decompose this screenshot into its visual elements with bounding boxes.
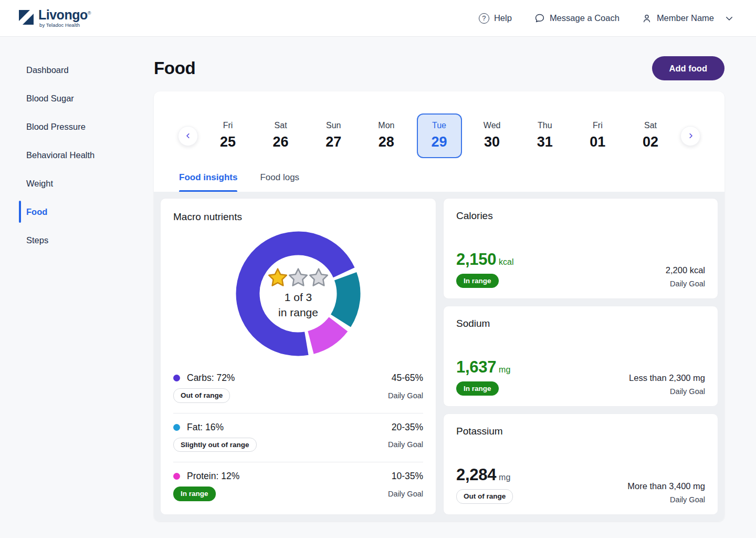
fat-goal-range: 20-35% xyxy=(392,422,423,433)
calories-card: Calories 2,150 kcal In range 2,200 kcal xyxy=(443,198,718,299)
legend-row-carbs: Carbs: 72% 45-65% Out of range Daily Goa… xyxy=(173,364,423,413)
brand-tagline: by Teladoc Health xyxy=(39,22,91,28)
potassium-status-badge: Out of range xyxy=(456,489,513,504)
brand-name: Livongo® xyxy=(38,8,91,22)
calories-unit: kcal xyxy=(499,257,513,267)
sidebar-item-weight[interactable]: Weight xyxy=(0,169,154,198)
food-panel: Fri25 Sat26 Sun27 Mon28 Tue29 Wed30 Thu3… xyxy=(154,91,724,521)
livongo-logo[interactable]: Livongo® by Teladoc Health xyxy=(19,8,91,28)
potassium-card-title: Potassium xyxy=(456,426,705,437)
macro-donut-chart: 1 of 3 in range xyxy=(235,231,361,357)
sidebar: Dashboard Blood Sugar Blood Pressure Beh… xyxy=(0,37,154,538)
carbs-goal-range: 45-65% xyxy=(392,373,423,384)
donut-center-line2: in range xyxy=(278,305,318,320)
star-rating xyxy=(268,267,329,287)
date-day[interactable]: Fri01 xyxy=(575,113,620,158)
prev-dates-button[interactable] xyxy=(178,126,198,146)
potassium-card: Potassium 2,284 mg Out of range More tha xyxy=(443,413,718,514)
date-day[interactable]: Sat02 xyxy=(628,113,673,158)
page-layout: Dashboard Blood Sugar Blood Pressure Beh… xyxy=(0,37,756,538)
sodium-goal: Less than 2,300 mg xyxy=(629,373,705,383)
date-day[interactable]: Sat26 xyxy=(258,113,303,158)
potassium-value: 2,284 xyxy=(456,465,496,484)
carbs-dot-icon xyxy=(173,375,180,381)
chevron-left-icon xyxy=(184,132,192,140)
day-of-week: Sun xyxy=(312,121,355,130)
livongo-logo-text: Livongo® by Teladoc Health xyxy=(38,8,91,28)
next-dates-button[interactable] xyxy=(680,126,700,146)
sidebar-item-blood-pressure[interactable]: Blood Pressure xyxy=(0,112,154,141)
message-coach-button[interactable]: Message a Coach xyxy=(534,13,620,24)
sodium-goal-label: Daily Goal xyxy=(629,387,705,396)
sidebar-item-blood-sugar[interactable]: Blood Sugar xyxy=(0,84,154,112)
protein-dot-icon xyxy=(173,473,180,480)
help-icon: ? xyxy=(479,13,489,24)
day-of-week: Mon xyxy=(365,121,408,130)
calories-card-title: Calories xyxy=(456,210,705,222)
sidebar-item-behavioral-health[interactable]: Behavioral Health xyxy=(0,141,154,169)
calories-goal: 2,200 kcal xyxy=(666,265,705,275)
day-of-week: Sat xyxy=(259,121,302,130)
day-number: 26 xyxy=(259,134,302,150)
legend-row-fat: Fat: 16% 20-35% Slightly out of range Da… xyxy=(173,413,423,462)
sidebar-item-food[interactable]: Food xyxy=(0,198,154,226)
date-day[interactable]: Fri25 xyxy=(205,113,250,158)
date-picker: Fri25 Sat26 Sun27 Mon28 Tue29 Wed30 Thu3… xyxy=(154,91,724,158)
protein-goal-range: 10-35% xyxy=(392,471,423,482)
sodium-card-title: Sodium xyxy=(456,318,705,329)
page-title: Food xyxy=(154,58,195,78)
day-of-week: Fri xyxy=(576,121,619,130)
sidebar-item-steps[interactable]: Steps xyxy=(0,226,154,254)
donut-center: 1 of 3 in range xyxy=(235,231,361,357)
tab-bar: Food insights Food logs xyxy=(154,158,724,192)
day-number: 25 xyxy=(206,134,249,150)
date-day[interactable]: Wed30 xyxy=(469,113,514,158)
macro-nutrients-card: Macro nutrients 1 of 3 in range Carbs: xyxy=(160,198,436,515)
day-number: 01 xyxy=(576,134,619,150)
fat-status-badge: Slightly out of range xyxy=(173,438,257,452)
star-filled-icon xyxy=(268,267,288,287)
tab-food-insights[interactable]: Food insights xyxy=(179,172,237,192)
date-day[interactable]: Sun27 xyxy=(311,113,356,158)
fat-label: Fat: 16% xyxy=(187,422,224,433)
registered-mark: ® xyxy=(88,11,91,16)
fat-goal-label: Daily Goal xyxy=(388,440,423,449)
date-day-selected[interactable]: Tue29 xyxy=(417,113,462,158)
sodium-value: 1,637 xyxy=(456,358,496,377)
donut-center-line1: 1 of 3 xyxy=(285,290,312,305)
stat-cards-column: Calories 2,150 kcal In range 2,200 kcal xyxy=(443,198,718,515)
date-day[interactable]: Mon28 xyxy=(364,113,409,158)
carbs-label: Carbs: 72% xyxy=(187,373,235,384)
fat-dot-icon xyxy=(173,424,180,431)
day-number: 31 xyxy=(523,134,566,150)
protein-label: Protein: 12% xyxy=(187,471,239,482)
carbs-status-badge: Out of range xyxy=(173,388,230,403)
day-of-week: Sat xyxy=(629,121,672,130)
chat-bubble-icon xyxy=(534,13,545,24)
calories-value: 2,150 xyxy=(456,250,496,269)
day-number: 29 xyxy=(418,134,461,150)
protein-goal-label: Daily Goal xyxy=(388,490,423,498)
day-of-week: Thu xyxy=(523,121,566,130)
member-menu[interactable]: Member Name xyxy=(642,13,714,24)
tab-food-logs[interactable]: Food logs xyxy=(260,172,299,192)
day-number: 28 xyxy=(365,134,408,150)
livongo-logo-icon xyxy=(19,10,34,25)
date-day[interactable]: Thu31 xyxy=(522,113,568,158)
sidebar-item-dashboard[interactable]: Dashboard xyxy=(0,56,154,84)
top-nav: ? Help Message a Coach Member Name xyxy=(479,13,734,24)
help-button[interactable]: ? Help xyxy=(479,13,512,24)
add-food-button[interactable]: Add food xyxy=(652,56,724,80)
sodium-card: Sodium 1,637 mg In range Less than 2,300 xyxy=(443,306,718,407)
day-number: 30 xyxy=(470,134,513,150)
star-empty-icon xyxy=(309,267,329,287)
protein-status-badge: In range xyxy=(173,487,216,501)
insights-body: Macro nutrients 1 of 3 in range Carbs: xyxy=(154,192,724,521)
legend-row-protein: Protein: 12% 10-35% In range Daily Goal xyxy=(173,462,423,511)
potassium-goal: More than 3,400 mg xyxy=(627,481,705,491)
top-bar: Livongo® by Teladoc Health ? Help Messag… xyxy=(0,0,756,37)
chevron-down-icon[interactable] xyxy=(724,14,734,23)
day-number: 27 xyxy=(312,134,355,150)
carbs-goal-label: Daily Goal xyxy=(388,391,423,400)
day-of-week: Fri xyxy=(206,121,249,130)
